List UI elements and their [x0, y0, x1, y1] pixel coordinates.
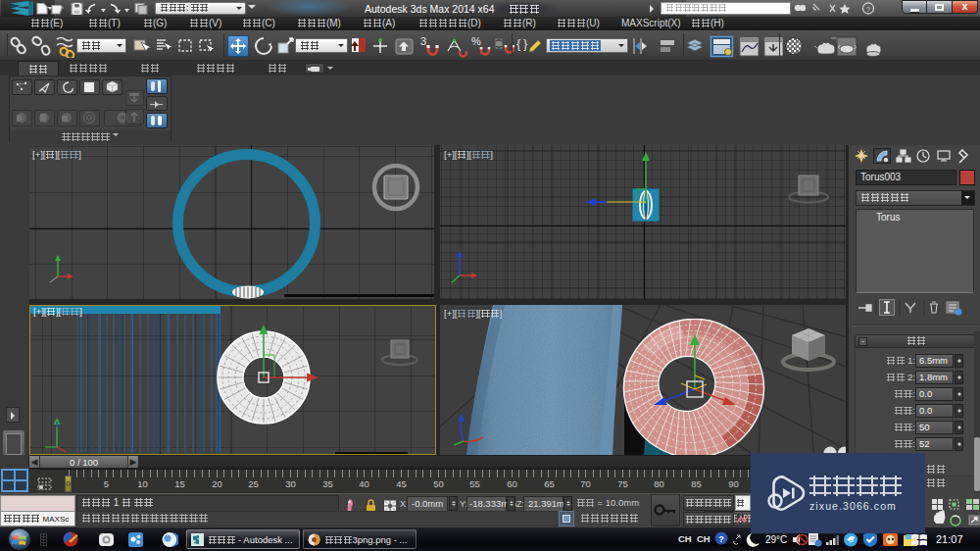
svg-text:29°C: 29°C — [765, 534, 787, 545]
svg-text:?: ? — [866, 5, 871, 14]
svg-text:{ }: { } — [516, 36, 528, 51]
svg-text:?: ? — [718, 534, 724, 544]
svg-text:%: % — [471, 35, 481, 47]
svg-text:3: 3 — [420, 35, 426, 47]
